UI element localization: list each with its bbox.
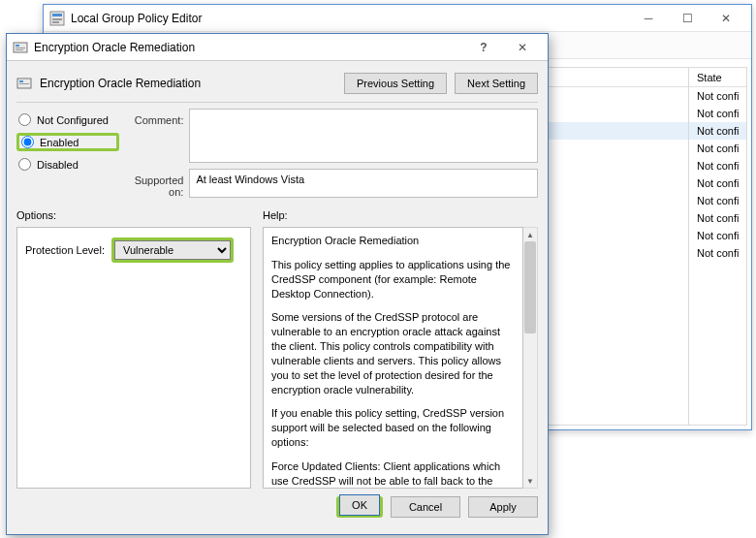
gpedit-titlebar: Local Group Policy Editor ─ ☐ ✕ xyxy=(44,5,751,32)
scroll-down-icon[interactable]: ▼ xyxy=(523,474,537,488)
radio-not-configured[interactable]: Not Configured xyxy=(16,112,119,127)
state-cell: Not confi xyxy=(689,122,746,140)
dialog-title: Encryption Oracle Remediation xyxy=(34,41,464,54)
dialog-close-button[interactable]: ✕ xyxy=(503,34,542,61)
gpedit-icon xyxy=(49,11,65,26)
options-label: Options: xyxy=(16,209,251,221)
separator xyxy=(16,102,538,103)
help-title: Encryption Oracle Remediation xyxy=(271,234,515,248)
svg-rect-10 xyxy=(19,83,29,84)
next-setting-button[interactable]: Next Setting xyxy=(455,73,538,94)
heading-icon xyxy=(16,76,32,91)
state-cell: Not confi xyxy=(689,174,746,192)
help-p2: Some versions of the CredSSP protocol ar… xyxy=(271,310,515,396)
minimize-button[interactable]: ─ xyxy=(629,5,668,32)
policy-dialog: Encryption Oracle Remediation ? ✕ Encryp… xyxy=(6,33,549,535)
maximize-button[interactable]: ☐ xyxy=(668,5,707,32)
comment-input[interactable] xyxy=(189,109,538,163)
options-pane: Protection Level: Vulnerable xyxy=(16,227,251,489)
help-p3: If you enable this policy setting, CredS… xyxy=(271,406,515,450)
cancel-button[interactable]: Cancel xyxy=(391,496,460,518)
state-cell: Not confi xyxy=(689,244,746,262)
state-cell: Not confi xyxy=(689,140,746,157)
help-text: Encryption Oracle Remediation This polic… xyxy=(263,227,523,489)
state-column: State Not confiNot confiNot confiNot con… xyxy=(689,67,747,426)
dialog-titlebar: Encryption Oracle Remediation ? ✕ xyxy=(7,34,548,61)
gpedit-title: Local Group Policy Editor xyxy=(71,12,629,25)
svg-rect-7 xyxy=(16,49,23,50)
radio-disabled-label: Disabled xyxy=(37,159,79,171)
help-scrollbar[interactable]: ▲ ▼ xyxy=(523,227,538,489)
state-cell: Not confi xyxy=(689,227,746,244)
svg-rect-5 xyxy=(16,45,19,47)
scroll-thumb[interactable] xyxy=(524,241,536,333)
scroll-up-icon[interactable]: ▲ xyxy=(523,228,537,241)
dialog-help-button[interactable]: ? xyxy=(464,34,503,61)
apply-button[interactable]: Apply xyxy=(468,496,538,518)
previous-setting-button[interactable]: Previous Setting xyxy=(344,73,447,94)
radio-enabled-label: Enabled xyxy=(40,137,79,148)
radio-not-configured-label: Not Configured xyxy=(37,114,109,126)
gpedit-window-buttons: ─ ☐ ✕ xyxy=(629,5,745,32)
comment-label: Comment: xyxy=(125,109,183,163)
radio-enabled[interactable]: Enabled xyxy=(19,136,116,148)
radio-enabled-input[interactable] xyxy=(21,136,34,148)
radio-disabled-input[interactable] xyxy=(18,158,31,171)
help-p4: Force Updated Clients: Client applicatio… xyxy=(271,459,515,489)
state-cell: Not confi xyxy=(689,209,746,227)
state-cell: Not confi xyxy=(689,157,746,174)
svg-rect-1 xyxy=(52,14,62,16)
state-cell: Not confi xyxy=(689,87,746,105)
policy-icon xyxy=(13,40,28,55)
close-button[interactable]: ✕ xyxy=(707,5,745,32)
ok-button[interactable]: OK xyxy=(339,494,380,516)
state-radios: Not Configured Enabled Disabled xyxy=(16,109,119,198)
state-header[interactable]: State xyxy=(689,68,746,87)
radio-disabled[interactable]: Disabled xyxy=(16,157,119,172)
state-cell: Not confi xyxy=(689,105,746,122)
policy-heading: Encryption Oracle Remediation xyxy=(40,77,336,90)
help-p1: This policy setting applies to applicati… xyxy=(271,258,515,301)
svg-rect-2 xyxy=(52,18,62,20)
dialog-footer: OK Cancel Apply xyxy=(7,489,548,527)
protection-level-label: Protection Level: xyxy=(25,244,105,256)
supported-value: At least Windows Vista xyxy=(189,169,538,198)
radio-not-configured-input[interactable] xyxy=(18,113,31,126)
svg-rect-9 xyxy=(19,80,23,82)
protection-level-select[interactable]: Vulnerable xyxy=(114,240,231,260)
state-cell: Not confi xyxy=(689,192,746,209)
svg-rect-3 xyxy=(52,21,59,23)
svg-rect-6 xyxy=(16,47,25,48)
supported-label: Supported on: xyxy=(125,169,183,198)
help-label: Help: xyxy=(263,209,538,221)
